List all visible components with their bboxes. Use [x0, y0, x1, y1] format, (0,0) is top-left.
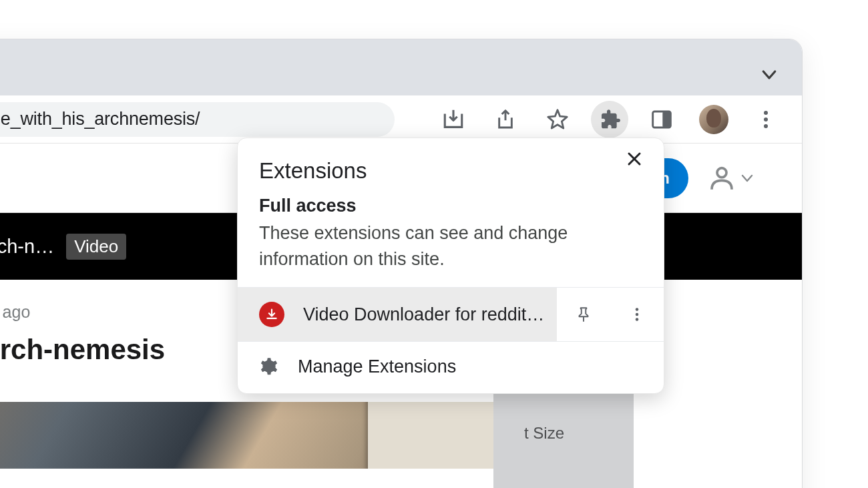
chrome-menu-button[interactable] — [747, 101, 785, 138]
extension-name: Video Downloader for reddit… — [303, 304, 544, 325]
share-icon — [495, 109, 516, 130]
tabs-dropdown-chevron[interactable] — [759, 65, 779, 87]
extension-app-icon — [259, 302, 284, 327]
svg-point-6 — [636, 308, 639, 311]
manage-label: Manage Extensions — [298, 356, 456, 377]
video-player[interactable] — [0, 402, 562, 469]
profile-button[interactable] — [695, 101, 732, 138]
svg-point-5 — [717, 168, 726, 177]
popup-title: Extensions — [259, 158, 367, 184]
svg-point-3 — [764, 117, 768, 121]
tab-strip — [0, 39, 802, 95]
close-icon — [626, 151, 642, 167]
svg-point-8 — [636, 318, 639, 322]
sidepanel-icon — [651, 109, 672, 130]
popup-section: Full access These extensions can see and… — [238, 189, 664, 287]
address-bar[interactable]: a/gizmo_doing_battle_with_his_archnemesi… — [0, 102, 395, 137]
gear-icon — [259, 357, 279, 377]
download-icon — [265, 308, 278, 321]
extension-menu-button[interactable] — [610, 288, 664, 341]
address-bar-row: a/gizmo_doing_battle_with_his_archnemesi… — [0, 95, 802, 144]
svg-point-2 — [764, 111, 768, 115]
video-badge: Video — [66, 234, 126, 260]
user-icon — [708, 165, 735, 192]
extensions-button[interactable] — [591, 101, 628, 138]
chevron-down-icon — [759, 65, 779, 85]
puzzle-icon — [599, 109, 620, 130]
manage-extensions-button[interactable]: Manage Extensions — [238, 341, 664, 393]
section-description: These extensions can see and change info… — [259, 220, 642, 272]
svg-point-4 — [764, 124, 768, 128]
bookmark-button[interactable] — [539, 101, 576, 138]
install-button[interactable] — [435, 101, 472, 138]
url-text: a/gizmo_doing_battle_with_his_archnemesi… — [0, 109, 200, 130]
popup-close-button[interactable] — [626, 150, 642, 170]
extension-row: Video Downloader for reddit… — [238, 287, 664, 341]
extension-item[interactable]: Video Downloader for reddit… — [238, 288, 557, 341]
pin-button[interactable] — [557, 288, 610, 341]
popup-header: Extensions — [238, 138, 664, 189]
star-icon — [546, 108, 569, 131]
user-menu[interactable] — [708, 165, 755, 192]
post-band-title: e with his arch-n… — [0, 236, 54, 258]
svg-rect-1 — [662, 111, 670, 128]
extension-actions — [557, 288, 664, 341]
sidepanel-button[interactable] — [643, 101, 680, 138]
svg-point-7 — [636, 313, 639, 316]
chevron-down-icon — [739, 170, 755, 186]
profile-avatar — [699, 105, 728, 134]
install-icon — [442, 108, 465, 131]
section-title: Full access — [259, 196, 642, 216]
extensions-popup: Extensions Full access These extensions … — [237, 138, 664, 394]
kebab-icon — [628, 306, 646, 323]
kebab-icon — [756, 109, 776, 130]
share-button[interactable] — [487, 101, 524, 138]
toolbar-icons — [435, 101, 785, 138]
pin-icon — [575, 306, 592, 323]
